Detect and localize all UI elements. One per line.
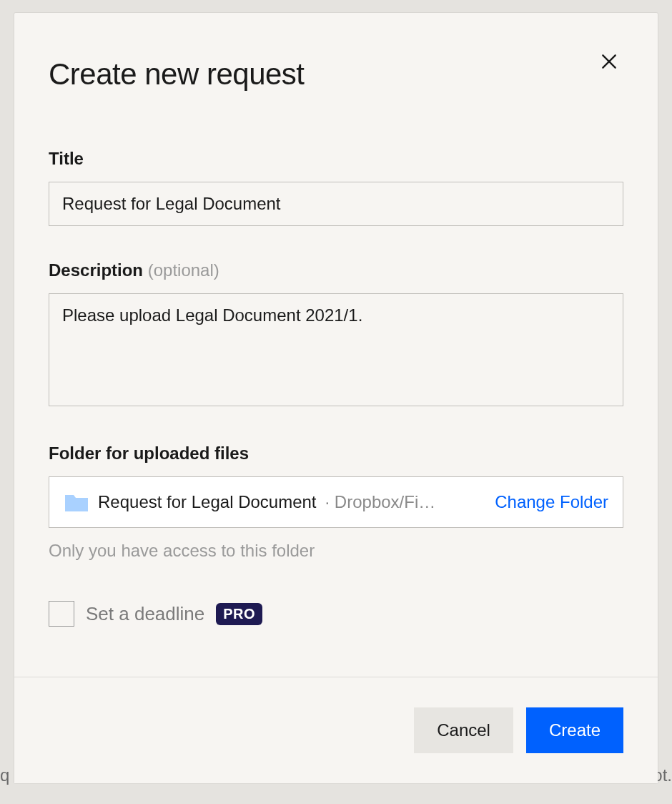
description-label-text: Description bbox=[49, 260, 148, 280]
create-button[interactable]: Create bbox=[526, 707, 623, 753]
create-request-modal: Create new request Title Description (op… bbox=[14, 13, 658, 783]
folder-access-note: Only you have access to this folder bbox=[49, 541, 623, 561]
modal-title: Create new request bbox=[49, 57, 623, 92]
modal-footer: Cancel Create bbox=[14, 677, 658, 783]
pro-badge: PRO bbox=[216, 603, 262, 625]
folder-path: · Dropbox/Fi… bbox=[325, 492, 487, 512]
modal-body: Create new request Title Description (op… bbox=[14, 13, 658, 677]
folder-info: Request for Legal Document · Dropbox/Fi… bbox=[64, 491, 486, 513]
title-input[interactable] bbox=[49, 182, 623, 226]
close-icon bbox=[600, 52, 618, 71]
deadline-row: Set a deadline PRO bbox=[49, 601, 623, 627]
deadline-checkbox[interactable] bbox=[49, 601, 74, 627]
deadline-label: Set a deadline bbox=[86, 603, 204, 625]
folder-name: Request for Legal Document bbox=[98, 492, 317, 512]
title-field-group: Title bbox=[49, 149, 623, 226]
description-label: Description (optional) bbox=[49, 260, 623, 280]
close-button[interactable] bbox=[595, 47, 623, 76]
folder-field-group: Folder for uploaded files Request for Le… bbox=[49, 443, 623, 561]
description-optional-text: (optional) bbox=[148, 260, 219, 280]
folder-icon bbox=[64, 491, 89, 513]
description-field-group: Description (optional) Please upload Leg… bbox=[49, 260, 623, 409]
title-label: Title bbox=[49, 149, 623, 169]
cancel-button[interactable]: Cancel bbox=[414, 707, 513, 753]
background-text-left: q bbox=[0, 765, 9, 785]
description-input[interactable]: Please upload Legal Document 2021/1. bbox=[49, 293, 623, 406]
change-folder-button[interactable]: Change Folder bbox=[495, 492, 608, 512]
folder-label: Folder for uploaded files bbox=[49, 443, 623, 464]
folder-selector: Request for Legal Document · Dropbox/Fi…… bbox=[49, 476, 623, 528]
